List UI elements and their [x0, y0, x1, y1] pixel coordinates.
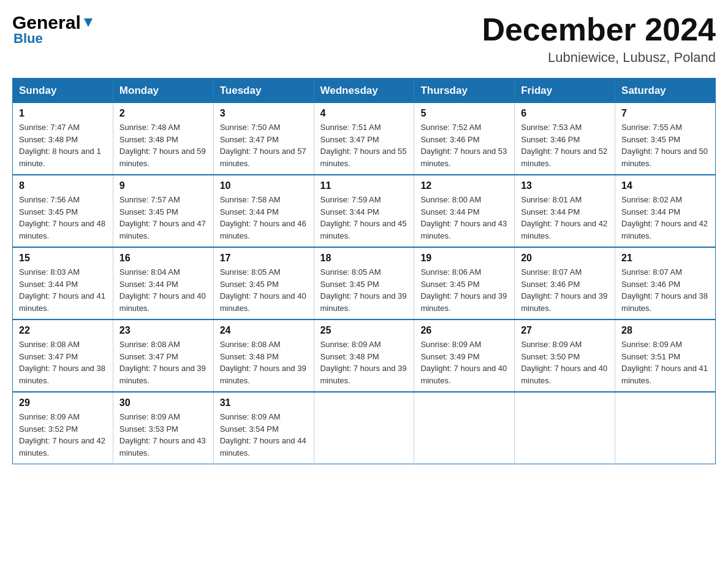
day-number: 8: [19, 180, 107, 191]
calendar-cell: 8 Sunrise: 7:56 AM Sunset: 3:45 PM Dayli…: [13, 175, 113, 247]
daylight-label: Daylight: 7 hours and 39 minutes.: [320, 291, 407, 313]
logo: General Blue: [12, 12, 95, 47]
weekday-header-tuesday: Tuesday: [213, 79, 314, 104]
sunset-label: Sunset: 3:44 PM: [621, 207, 680, 216]
day-number: 15: [19, 253, 107, 264]
daylight-label: Daylight: 7 hours and 38 minutes.: [621, 291, 708, 313]
calendar-cell: 28 Sunrise: 8:09 AM Sunset: 3:51 PM Dayl…: [615, 320, 716, 392]
day-info: Sunrise: 7:57 AM Sunset: 3:45 PM Dayligh…: [119, 194, 207, 242]
day-info: Sunrise: 7:51 AM Sunset: 3:47 PM Dayligh…: [320, 121, 408, 169]
day-number: 22: [19, 325, 107, 336]
sunrise-label: Sunrise: 7:59 AM: [320, 195, 381, 204]
day-number: 5: [420, 108, 508, 119]
calendar-cell: 11 Sunrise: 7:59 AM Sunset: 3:44 PM Dayl…: [314, 175, 414, 247]
sunset-label: Sunset: 3:48 PM: [119, 135, 178, 144]
daylight-label: Daylight: 7 hours and 43 minutes.: [420, 219, 507, 240]
sunset-label: Sunset: 3:54 PM: [220, 424, 279, 434]
day-info: Sunrise: 8:09 AM Sunset: 3:48 PM Dayligh…: [320, 339, 408, 386]
daylight-label: Daylight: 7 hours and 43 minutes.: [119, 436, 206, 458]
sunrise-label: Sunrise: 7:47 AM: [19, 123, 80, 132]
calendar-cell: 1 Sunrise: 7:47 AM Sunset: 3:48 PM Dayli…: [13, 103, 113, 175]
calendar-cell: 22 Sunrise: 8:08 AM Sunset: 3:47 PM Dayl…: [13, 320, 113, 392]
daylight-label: Daylight: 7 hours and 40 minutes.: [521, 364, 607, 385]
calendar-week-row: 29 Sunrise: 8:09 AM Sunset: 3:52 PM Dayl…: [13, 392, 716, 464]
day-info: Sunrise: 7:58 AM Sunset: 3:44 PM Dayligh…: [220, 194, 308, 242]
calendar-cell: 6 Sunrise: 7:53 AM Sunset: 3:46 PM Dayli…: [515, 103, 615, 175]
sunrise-label: Sunrise: 7:57 AM: [119, 195, 180, 204]
day-info: Sunrise: 8:09 AM Sunset: 3:50 PM Dayligh…: [521, 339, 609, 386]
day-info: Sunrise: 8:00 AM Sunset: 3:44 PM Dayligh…: [420, 194, 508, 242]
sunset-label: Sunset: 3:44 PM: [119, 280, 178, 289]
page-header: General Blue December 2024 Lubniewice, L…: [12, 12, 716, 66]
sunrise-label: Sunrise: 8:09 AM: [320, 340, 381, 349]
daylight-label: Daylight: 7 hours and 46 minutes.: [220, 219, 306, 240]
weekday-header-sunday: Sunday: [13, 79, 113, 104]
day-number: 19: [420, 253, 508, 264]
location-subtitle: Lubniewice, Lubusz, Poland: [482, 50, 716, 66]
daylight-label: Daylight: 7 hours and 40 minutes.: [220, 291, 306, 313]
sunrise-label: Sunrise: 8:09 AM: [119, 412, 180, 421]
day-number: 23: [119, 325, 207, 336]
daylight-label: Daylight: 7 hours and 42 minutes.: [19, 436, 105, 458]
calendar-cell: 12 Sunrise: 8:00 AM Sunset: 3:44 PM Dayl…: [414, 175, 515, 247]
day-info: Sunrise: 8:08 AM Sunset: 3:48 PM Dayligh…: [220, 339, 308, 386]
sunset-label: Sunset: 3:46 PM: [521, 135, 580, 144]
daylight-label: Daylight: 7 hours and 42 minutes.: [521, 219, 607, 240]
calendar-cell: 19 Sunrise: 8:06 AM Sunset: 3:45 PM Dayl…: [414, 247, 515, 320]
day-info: Sunrise: 8:04 AM Sunset: 3:44 PM Dayligh…: [119, 266, 207, 314]
sunset-label: Sunset: 3:52 PM: [19, 424, 78, 434]
sunrise-label: Sunrise: 7:50 AM: [220, 123, 281, 132]
sunset-label: Sunset: 3:49 PM: [420, 352, 479, 361]
day-info: Sunrise: 7:52 AM Sunset: 3:46 PM Dayligh…: [420, 121, 508, 169]
weekday-header-monday: Monday: [113, 79, 213, 104]
calendar-cell: [314, 392, 414, 464]
day-info: Sunrise: 8:07 AM Sunset: 3:46 PM Dayligh…: [521, 266, 609, 314]
daylight-label: Daylight: 7 hours and 40 minutes.: [420, 364, 507, 385]
sunset-label: Sunset: 3:47 PM: [119, 352, 178, 361]
daylight-label: Daylight: 7 hours and 57 minutes.: [220, 147, 306, 168]
sunrise-label: Sunrise: 8:08 AM: [19, 340, 80, 349]
calendar-cell: 2 Sunrise: 7:48 AM Sunset: 3:48 PM Dayli…: [113, 103, 213, 175]
weekday-header-thursday: Thursday: [414, 79, 515, 104]
daylight-label: Daylight: 7 hours and 39 minutes.: [220, 364, 306, 385]
day-info: Sunrise: 8:09 AM Sunset: 3:53 PM Dayligh…: [119, 411, 207, 459]
calendar-table: SundayMondayTuesdayWednesdayThursdayFrid…: [12, 78, 716, 464]
sunset-label: Sunset: 3:45 PM: [220, 280, 279, 289]
logo-blue-text: Blue: [12, 31, 43, 47]
daylight-label: Daylight: 7 hours and 44 minutes.: [220, 436, 306, 458]
logo-arrow-icon: [81, 16, 95, 29]
day-number: 3: [220, 108, 308, 119]
day-number: 12: [420, 180, 508, 191]
weekday-header-saturday: Saturday: [615, 79, 716, 104]
sunset-label: Sunset: 3:53 PM: [119, 424, 178, 434]
sunrise-label: Sunrise: 8:05 AM: [320, 267, 381, 277]
sunrise-label: Sunrise: 8:09 AM: [621, 340, 682, 349]
sunset-label: Sunset: 3:50 PM: [521, 352, 580, 361]
day-number: 13: [521, 180, 609, 191]
sunrise-label: Sunrise: 7:53 AM: [521, 123, 582, 132]
sunset-label: Sunset: 3:44 PM: [320, 207, 379, 216]
calendar-cell: 5 Sunrise: 7:52 AM Sunset: 3:46 PM Dayli…: [414, 103, 515, 175]
sunset-label: Sunset: 3:45 PM: [621, 135, 680, 144]
day-info: Sunrise: 7:55 AM Sunset: 3:45 PM Dayligh…: [621, 121, 709, 169]
day-number: 17: [220, 253, 308, 264]
daylight-label: Daylight: 7 hours and 41 minutes.: [19, 291, 105, 313]
sunrise-label: Sunrise: 8:03 AM: [19, 267, 80, 277]
day-number: 14: [621, 180, 709, 191]
sunset-label: Sunset: 3:46 PM: [521, 280, 580, 289]
sunrise-label: Sunrise: 7:56 AM: [19, 195, 80, 204]
calendar-cell: 27 Sunrise: 8:09 AM Sunset: 3:50 PM Dayl…: [515, 320, 615, 392]
sunrise-label: Sunrise: 8:01 AM: [521, 195, 582, 204]
day-info: Sunrise: 7:59 AM Sunset: 3:44 PM Dayligh…: [320, 194, 408, 242]
month-title: December 2024: [482, 12, 716, 47]
day-info: Sunrise: 8:09 AM Sunset: 3:51 PM Dayligh…: [621, 339, 709, 386]
sunrise-label: Sunrise: 8:09 AM: [420, 340, 481, 349]
daylight-label: Daylight: 7 hours and 39 minutes.: [119, 364, 206, 385]
daylight-label: Daylight: 7 hours and 55 minutes.: [320, 147, 407, 168]
daylight-label: Daylight: 7 hours and 52 minutes.: [521, 147, 607, 168]
day-info: Sunrise: 8:08 AM Sunset: 3:47 PM Dayligh…: [119, 339, 207, 386]
calendar-cell: 24 Sunrise: 8:08 AM Sunset: 3:48 PM Dayl…: [213, 320, 314, 392]
calendar-cell: [414, 392, 515, 464]
sunrise-label: Sunrise: 8:09 AM: [521, 340, 582, 349]
daylight-label: Daylight: 7 hours and 59 minutes.: [119, 147, 206, 168]
